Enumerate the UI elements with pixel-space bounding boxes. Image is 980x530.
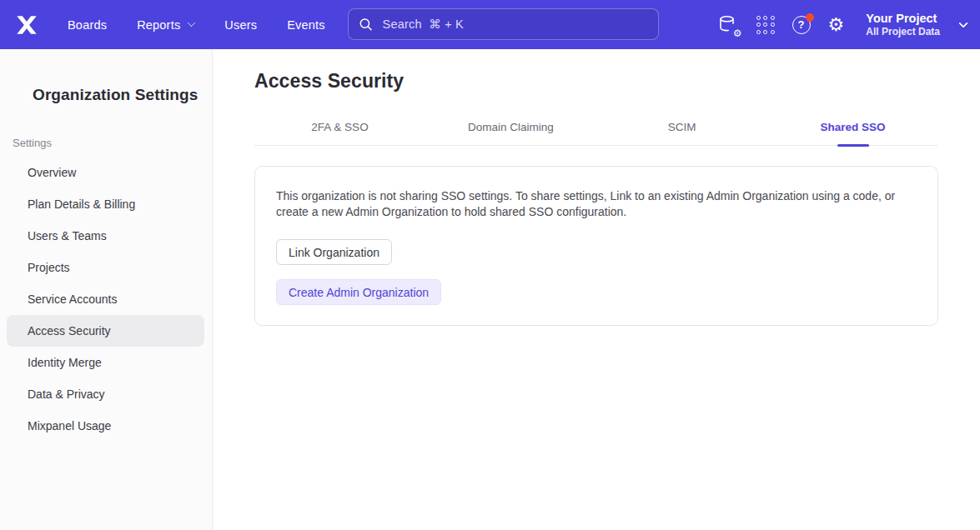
sidebar-item-users-teams[interactable]: Users & Teams	[7, 220, 204, 252]
settings-section-label: Settings	[13, 137, 212, 149]
sidebar-item-label: Access Security	[28, 324, 111, 338]
tab-scim[interactable]: SCIM	[596, 121, 767, 145]
help-icon[interactable]: ?	[792, 16, 811, 34]
mixpanel-logo-icon	[14, 12, 39, 38]
tab-bar: 2FA & SSO Domain Claiming SCIM Shared SS…	[254, 121, 938, 146]
sidebar-nav: Overview Plan Details & Billing Users & …	[0, 157, 212, 442]
sidebar-title: Organization Settings	[33, 86, 212, 104]
nav-link-label: Events	[287, 18, 325, 32]
nav-link-label: Boards	[68, 18, 107, 32]
top-nav-actions: ⚙ ? ⚙ Your Project All Project Data	[718, 0, 967, 49]
button-create-admin-organization[interactable]: Create Admin Organization	[276, 279, 441, 305]
shared-sso-card: This organization is not sharing SSO set…	[254, 166, 938, 326]
chevron-down-icon	[188, 19, 196, 28]
search-icon	[359, 17, 373, 32]
nav-link-label: Users	[224, 18, 257, 32]
sidebar-item-mixpanel-usage[interactable]: Mixpanel Usage	[7, 410, 204, 442]
apps-grid-icon[interactable]	[756, 16, 775, 34]
sidebar-item-label: Mixpanel Usage	[28, 419, 111, 432]
sidebar-item-access-security[interactable]: Access Security	[7, 315, 204, 347]
card-description: This organization is not sharing SSO set…	[276, 188, 912, 220]
sidebar-item-label: Overview	[28, 166, 76, 179]
search-bar[interactable]	[348, 8, 659, 40]
sidebar-item-identity-merge[interactable]: Identity Merge	[7, 347, 204, 378]
sidebar-item-label: Users & Teams	[28, 229, 107, 242]
tab-label: SCIM	[668, 121, 696, 133]
mini-gear-icon: ⚙	[733, 28, 742, 38]
button-link-organization[interactable]: Link Organization	[276, 239, 392, 265]
notification-badge	[806, 13, 814, 22]
tab-label: Domain Claiming	[468, 121, 554, 133]
top-nav: Boards Reports Users Events	[0, 0, 980, 49]
mixpanel-logo[interactable]	[13, 12, 39, 38]
tab-label: Shared SSO	[820, 121, 885, 133]
sidebar-item-label: Data & Privacy	[28, 388, 105, 401]
page-title: Access Security	[254, 70, 938, 92]
chevron-down-icon[interactable]	[958, 18, 967, 28]
search-input[interactable]	[381, 17, 648, 32]
project-switcher[interactable]: Your Project All Project Data	[866, 11, 940, 38]
sidebar-item-label: Plan Details & Billing	[28, 198, 135, 211]
sidebar-item-label: Service Accounts	[28, 292, 117, 306]
tab-2fa-sso[interactable]: 2FA & SSO	[254, 121, 425, 145]
button-label: Create Admin Organization	[289, 286, 429, 299]
tab-domain-claiming[interactable]: Domain Claiming	[425, 121, 596, 145]
sidebar-item-data-privacy[interactable]: Data & Privacy	[7, 378, 204, 410]
sidebar: Organization Settings Settings Overview …	[0, 49, 213, 530]
button-label: Link Organization	[289, 246, 379, 259]
nav-link-reports[interactable]: Reports	[137, 18, 194, 32]
nav-link-boards[interactable]: Boards	[68, 18, 107, 32]
sidebar-item-projects[interactable]: Projects	[7, 252, 204, 283]
sidebar-item-label: Projects	[28, 261, 70, 274]
tab-shared-sso[interactable]: Shared SSO	[767, 121, 938, 145]
sidebar-item-overview[interactable]: Overview	[7, 157, 204, 188]
card-actions: Link Organization Create Admin Organizat…	[276, 239, 917, 305]
primary-nav: Boards Reports Users Events	[68, 0, 325, 49]
main-content: Access Security 2FA & SSO Domain Claimin…	[214, 49, 980, 530]
settings-gear-icon[interactable]: ⚙	[828, 16, 845, 34]
sidebar-item-service-accounts[interactable]: Service Accounts	[7, 283, 204, 315]
data-management-icon[interactable]: ⚙	[718, 15, 739, 35]
nav-link-events[interactable]: Events	[287, 18, 325, 32]
project-name: Your Project	[866, 11, 940, 26]
sidebar-item-plan-details-billing[interactable]: Plan Details & Billing	[7, 188, 204, 220]
sidebar-item-label: Identity Merge	[28, 356, 102, 369]
tab-label: 2FA & SSO	[311, 121, 368, 133]
nav-link-label: Reports	[137, 18, 180, 32]
nav-link-users[interactable]: Users	[224, 18, 257, 32]
project-subtitle: All Project Data	[866, 26, 940, 38]
